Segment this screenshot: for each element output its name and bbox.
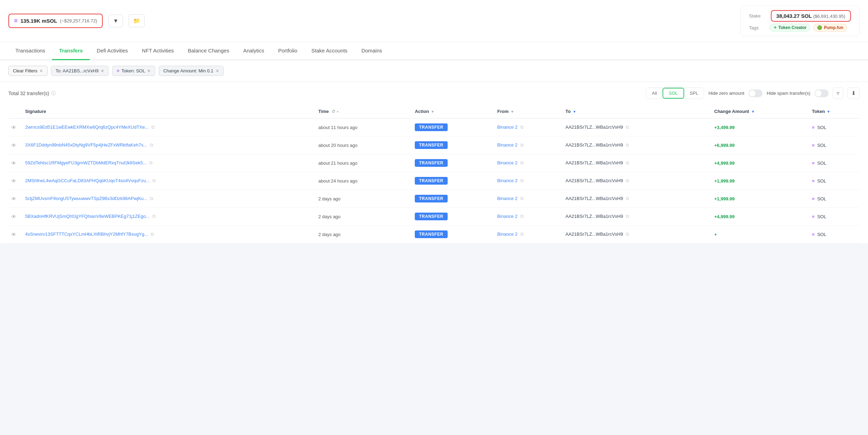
hide-zero-label: Hide zero amount — [708, 91, 744, 96]
signature-link[interactable]: 59ZdTehtsc1RFMgyeFU3gmWZTDbMdERxqTnufJk8… — [25, 160, 147, 165]
change-cell: +4,999.99 — [711, 208, 809, 226]
filter-token-x[interactable]: ✕ — [147, 69, 151, 73]
info-icon: ⓘ — [51, 90, 56, 97]
eye-icon[interactable]: 👁 — [11, 214, 16, 220]
eye-icon[interactable]: 👁 — [11, 142, 16, 148]
copy-to-icon[interactable]: ⧉ — [626, 231, 629, 237]
from-cell: Binance 2 ⧉ — [494, 136, 563, 154]
signature-link[interactable]: 4sSnexirv13SFTTTCqxYCLmHbLXtRBhvjY2MhfY7… — [25, 231, 148, 237]
wallet-dropdown-button[interactable]: ▼ — [108, 15, 123, 27]
tabs-bar: Transactions Transfers Defi Activities N… — [0, 42, 868, 60]
filter-to-chip[interactable]: To: AA21BS...rcVxH9 ✕ — [51, 66, 109, 76]
tag-pumpfun[interactable]: 🟢 Pump.fun — [813, 24, 847, 31]
from-link[interactable]: Binance 2 — [497, 196, 518, 201]
action-cell: TRANSFER — [412, 190, 494, 208]
copy-from-icon[interactable]: ⧉ — [520, 196, 523, 201]
copy-sig-icon[interactable]: ⧉ — [149, 160, 152, 165]
copy-sig-icon[interactable]: ⧉ — [151, 231, 154, 237]
btn-spl[interactable]: SPL — [684, 88, 704, 98]
token-filter-icon[interactable]: ▾ — [827, 109, 830, 114]
copy-to-icon[interactable]: ⧉ — [626, 214, 629, 219]
to-filter-icon[interactable]: ▾ — [573, 109, 576, 114]
action-filter-icon[interactable]: ▾ — [432, 109, 434, 114]
btn-all[interactable]: All — [646, 88, 662, 98]
signature-link[interactable]: 5BXadnHfKRVUjSmQhfJgYFQhianV8eWEBPKEg71j… — [25, 214, 150, 219]
action-badge: TRANSFER — [415, 159, 447, 167]
tab-stake-accounts[interactable]: Stake Accounts — [304, 42, 354, 60]
time-sort-icon[interactable]: ⏱ ▾ — [332, 109, 339, 114]
from-link[interactable]: Binance 2 — [497, 160, 518, 165]
stake-usd: ($6,691,430.95) — [813, 14, 845, 19]
from-filter-icon[interactable]: ▾ — [511, 109, 513, 114]
change-amount-value: +4,999.99 — [714, 161, 735, 166]
eye-icon[interactable]: 👁 — [11, 160, 16, 166]
tab-transactions[interactable]: Transactions — [8, 42, 52, 60]
clear-filters-x[interactable]: ✕ — [39, 69, 43, 73]
change-filter-icon[interactable]: ▾ — [752, 109, 754, 114]
to-cell: AA21BSr7LZ...WBa1rcVxH9 ⧉ — [563, 119, 711, 136]
eye-icon[interactable]: 👁 — [11, 231, 16, 237]
to-address: AA21BSr7LZ...WBa1rcVxH9 — [565, 231, 623, 237]
tab-defi-activities[interactable]: Defi Activities — [90, 42, 135, 60]
copy-from-icon[interactable]: ⧉ — [520, 142, 523, 148]
time-cell: about 24 hours ago — [316, 172, 412, 190]
copy-to-icon[interactable]: ⧉ — [626, 160, 629, 165]
copy-to-icon[interactable]: ⧉ — [626, 178, 629, 183]
clear-filters-chip[interactable]: Clear Filters ✕ — [8, 66, 48, 76]
signature-link[interactable]: 3X6F1Dddyn99nbN45xDtyNg9VF5p4jHeZFxWRktf… — [25, 142, 147, 148]
copy-sig-icon[interactable]: ⧉ — [151, 124, 154, 130]
tab-balance-changes[interactable]: Balance Changes — [181, 42, 236, 60]
signature-link[interactable]: 5ctjZMUvsmF9sngU5TywuuwwvTSpZ9Bx3dDzk98A… — [25, 196, 147, 201]
tab-domains[interactable]: Domains — [354, 42, 389, 60]
sig-cell: 4sSnexirv13SFTTTCqxYCLmHbLXtRBhvjY2MhfY7… — [22, 226, 316, 243]
from-link[interactable]: Binance 2 — [497, 214, 518, 219]
copy-from-icon[interactable]: ⧉ — [520, 178, 523, 183]
tab-nft-activities[interactable]: NFT Activities — [135, 42, 181, 60]
tag-token-creator-label: Token Creator — [779, 25, 806, 30]
action-badge: TRANSFER — [415, 123, 447, 131]
copy-sig-icon[interactable]: ⧉ — [152, 214, 155, 219]
from-link[interactable]: Binance 2 — [497, 142, 518, 148]
signature-link[interactable]: 2wrncs9Ed51E1wEEwkEXRMXw6Qrq6zQpc4YMeXUd… — [25, 124, 149, 130]
table-area: Total 32 transfer(s) ⓘ All SOL SPL Hide … — [0, 82, 868, 243]
from-link[interactable]: Binance 2 — [497, 178, 518, 183]
sol-token-icon: ≡ — [812, 161, 815, 166]
filter-to-x[interactable]: ✕ — [101, 69, 104, 73]
copy-sig-icon[interactable]: ⧉ — [152, 178, 155, 183]
download-button[interactable]: ⬇ — [847, 87, 860, 99]
wallet-icon-button[interactable]: 📁 — [129, 14, 145, 27]
hide-zero-toggle[interactable] — [748, 90, 762, 97]
eye-icon[interactable]: 👁 — [11, 196, 16, 202]
tab-portfolio[interactable]: Portfolio — [271, 42, 304, 60]
copy-to-icon[interactable]: ⧉ — [626, 124, 629, 130]
from-link[interactable]: Binance 2 — [497, 124, 518, 130]
copy-sig-icon[interactable]: ⧉ — [150, 196, 153, 201]
tab-analytics[interactable]: Analytics — [236, 42, 271, 60]
tag-token-creator[interactable]: ✦ Token Creator — [769, 24, 810, 31]
filter-icon-button[interactable]: ▿ — [833, 87, 843, 99]
copy-from-icon[interactable]: ⧉ — [520, 160, 523, 165]
from-link[interactable]: Binance 2 — [497, 231, 518, 237]
table-row: 👁 59ZdTehtsc1RFMgyeFU3gmWZTDbMdERxqTnufJ… — [8, 154, 860, 172]
btn-sol[interactable]: SOL — [663, 88, 684, 99]
eye-icon[interactable]: 👁 — [11, 124, 16, 130]
copy-sig-icon[interactable]: ⧉ — [150, 142, 153, 148]
table-row: 👁 2MShfneL4wAqGCCuFaLD83APHQqbKUqoT4so4V… — [8, 172, 860, 190]
sol-token-icon: ≡ — [812, 178, 815, 184]
copy-to-icon[interactable]: ⧉ — [626, 142, 629, 148]
action-cell: TRANSFER — [412, 119, 494, 136]
copy-to-icon[interactable]: ⧉ — [626, 196, 629, 201]
to-address: AA21BSr7LZ...WBa1rcVxH9 — [565, 124, 623, 130]
filter-amount-x[interactable]: ✕ — [216, 69, 219, 73]
sig-cell: 3X6F1Dddyn99nbN45xDtyNg9VF5p4jHeZFxWRktf… — [22, 136, 316, 154]
copy-from-icon[interactable]: ⧉ — [520, 214, 523, 219]
copy-from-icon[interactable]: ⧉ — [520, 231, 523, 237]
signature-link[interactable]: 2MShfneL4wAqGCCuFaLD83APHQqbKUqoT4so4Vvq… — [25, 178, 150, 183]
filter-amount-chip[interactable]: Change Amount: Min 0.1 ✕ — [159, 66, 223, 76]
eye-icon[interactable]: 👁 — [11, 178, 16, 184]
change-cell: +1,999.99 — [711, 190, 809, 208]
hide-spam-toggle[interactable] — [815, 90, 829, 97]
copy-from-icon[interactable]: ⧉ — [520, 124, 523, 130]
filter-token-chip[interactable]: ≡ Token: SOL ✕ — [112, 66, 155, 76]
tab-transfers[interactable]: Transfers — [52, 42, 90, 60]
